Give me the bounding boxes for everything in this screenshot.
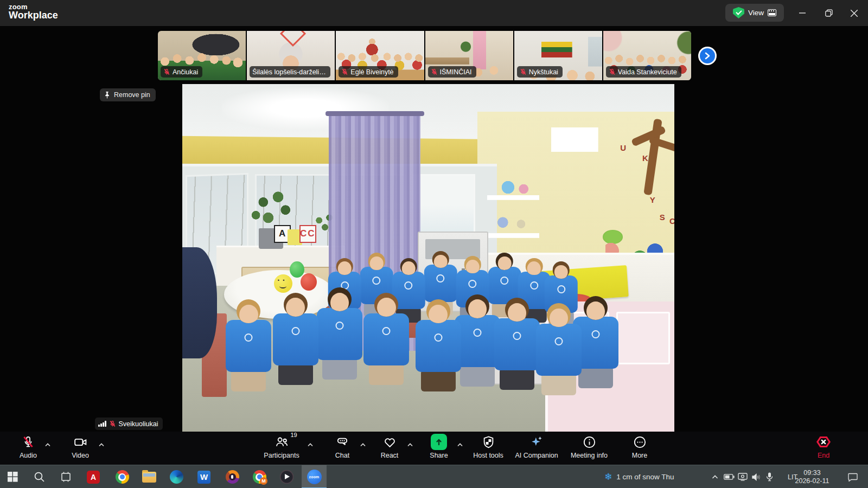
- more-label: More: [632, 452, 647, 459]
- audio-options-chevron[interactable]: [45, 439, 51, 449]
- child-figure: [455, 294, 500, 387]
- child-figure: [416, 299, 461, 391]
- edge-icon[interactable]: [164, 465, 189, 488]
- video-thumbnail[interactable]: Vaida Stankeviciute: [603, 31, 691, 80]
- meeting-info-button[interactable]: Meeting info: [563, 433, 615, 459]
- child-figure: [536, 303, 582, 395]
- more-button[interactable]: More: [614, 433, 666, 459]
- ai-companion-label: AI Companion: [515, 452, 558, 459]
- task-view-icon[interactable]: [53, 465, 78, 488]
- scene-letter-block: CC: [299, 225, 316, 243]
- participants-options-chevron[interactable]: [308, 439, 314, 449]
- minimize-button[interactable]: [793, 5, 812, 21]
- video-thumbnail[interactable]: Ančiukai: [158, 31, 246, 80]
- zoom-app-icon[interactable]: zoom: [302, 465, 327, 488]
- acrobat-icon[interactable]: A: [81, 465, 106, 488]
- host-tools-shield-icon: [481, 433, 496, 451]
- video-thumbnail[interactable]: Eglė Biveinytė: [336, 31, 424, 80]
- filmstrip-next-page-button[interactable]: [698, 47, 717, 65]
- meeting-toolbar: Audio Video 19 Participants: [0, 432, 868, 465]
- participant-name-tag: Eglė Biveinytė: [339, 66, 398, 78]
- taskbar-clock[interactable]: 09:33 2026-02-11: [789, 465, 835, 488]
- wall-letter: C: [669, 216, 674, 226]
- taskbar-weather[interactable]: ❄ 1 cm of snow Thu: [604, 465, 674, 488]
- media-player-icon[interactable]: [274, 465, 299, 488]
- restore-button[interactable]: [820, 5, 838, 21]
- muted-mic-icon: [431, 68, 438, 75]
- video-thumbnail[interactable]: IŠMINČIAI: [425, 31, 513, 80]
- antivirus-icon[interactable]: [220, 465, 245, 488]
- ai-companion-sparkle-icon: [529, 433, 544, 451]
- scene-balloon-green: [290, 261, 304, 278]
- child-figure: [494, 298, 540, 390]
- tray-mic-icon[interactable]: [762, 465, 776, 488]
- participant-name-tag: Vaida Stankeviciute: [606, 66, 681, 78]
- participants-icon: 19: [275, 433, 289, 451]
- start-button[interactable]: [0, 465, 25, 488]
- speaker-name: Sveikuoliukai: [119, 420, 158, 428]
- video-options-chevron[interactable]: [99, 439, 105, 449]
- remove-pin-label: Remove pin: [114, 91, 150, 99]
- react-options-chevron[interactable]: [407, 439, 413, 449]
- chrome-icon[interactable]: [110, 465, 135, 488]
- chevron-right-icon: [704, 52, 711, 60]
- camera-icon: [73, 433, 88, 451]
- pin-icon: [104, 91, 111, 99]
- end-button[interactable]: End: [797, 433, 850, 459]
- wall-letter: Y: [650, 195, 655, 204]
- view-button[interactable]: View: [725, 4, 784, 22]
- tray-chevron-up-icon[interactable]: [708, 465, 722, 488]
- weather-text: 1 cm of snow Thu: [616, 473, 674, 481]
- search-icon[interactable]: [27, 465, 52, 488]
- speaker-icon[interactable]: [749, 465, 763, 488]
- audio-label: Audio: [20, 452, 37, 459]
- chat-label: Chat: [335, 452, 349, 459]
- video-label: Video: [72, 452, 89, 459]
- share-screen-icon: [431, 434, 447, 450]
- muted-mic-icon: [520, 68, 527, 75]
- time-text: 09:33: [803, 469, 820, 477]
- participants-button[interactable]: 19 Participants: [256, 433, 308, 459]
- wall-letter: S: [660, 213, 665, 222]
- app-logo: zoom Workplace: [9, 3, 58, 21]
- title-bar: zoom Workplace View: [0, 0, 868, 26]
- action-center-icon[interactable]: [842, 465, 864, 488]
- video-thumbnail[interactable]: Nykštukai: [514, 31, 602, 80]
- ai-companion-button[interactable]: AI Companion: [510, 433, 563, 459]
- participant-name: Šilalės lopšelis-darželis Ži…: [252, 68, 326, 76]
- chrome-gmail-icon[interactable]: M: [247, 465, 272, 488]
- wall-letter: U: [620, 143, 626, 152]
- snowflake-icon: ❄: [604, 471, 612, 483]
- security-shield-icon: [733, 7, 744, 18]
- scene-teacher-figure: [182, 247, 217, 358]
- brand-workplace: Workplace: [9, 10, 58, 21]
- cast-display-icon[interactable]: [736, 465, 750, 488]
- host-tools-label: Host tools: [473, 452, 503, 459]
- muted-mic-icon: [109, 420, 116, 427]
- main-video[interactable]: UKYSC A CC 10: [182, 84, 674, 432]
- chat-icon: [335, 433, 350, 451]
- participant-name-tag: Šilalės lopšelis-darželis Ži…: [250, 66, 330, 78]
- pinned-speaker-tag: Sveikuoliukai: [95, 418, 163, 430]
- muted-mic-icon: [163, 68, 170, 75]
- date-text: 2026-02-11: [795, 477, 829, 485]
- end-call-icon: [816, 433, 831, 451]
- heart-icon: [382, 433, 397, 451]
- child-figure: [273, 293, 318, 385]
- participant-name: Ančiukai: [173, 68, 198, 76]
- participant-name: Vaida Stankeviciute: [618, 68, 677, 76]
- participant-name: IŠMINČIAI: [440, 68, 472, 76]
- share-label: Share: [430, 452, 448, 459]
- battery-icon[interactable]: [722, 465, 736, 488]
- file-explorer-icon[interactable]: [137, 465, 162, 488]
- more-dots-icon: [633, 433, 647, 451]
- video-thumbnail[interactable]: Šilalės lopšelis-darželis Ži…: [247, 31, 335, 80]
- participants-count: 19: [291, 432, 297, 438]
- child-figure: [363, 293, 409, 385]
- word-icon[interactable]: W: [192, 465, 216, 488]
- participants-label: Participants: [264, 452, 299, 459]
- host-tools-button[interactable]: Host tools: [462, 433, 514, 459]
- participant-name-tag: IŠMINČIAI: [428, 66, 476, 78]
- remove-pin-button[interactable]: Remove pin: [100, 88, 156, 101]
- close-button[interactable]: [845, 5, 863, 21]
